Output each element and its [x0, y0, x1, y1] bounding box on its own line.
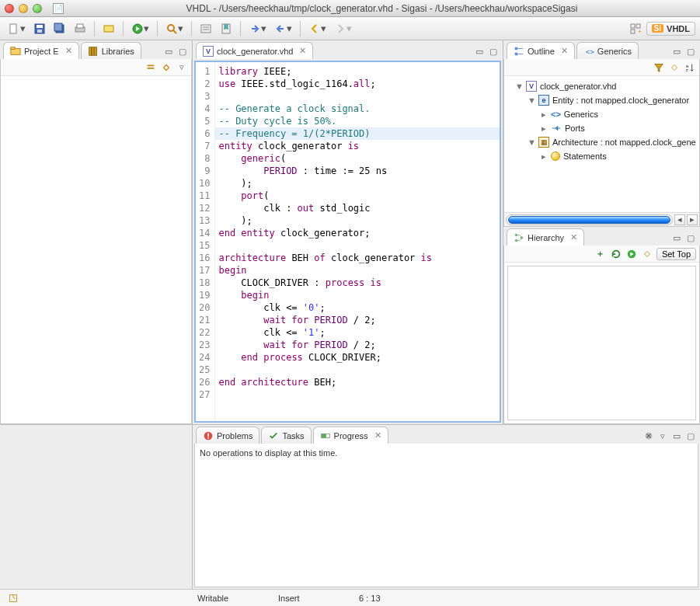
toggle-comment-button[interactable] — [197, 20, 215, 37]
minimize-view-icon[interactable]: ▭ — [670, 45, 683, 57]
svg-rect-15 — [631, 30, 635, 33]
minimize-window-button[interactable] — [19, 4, 28, 13]
toggle-mark-button[interactable] — [217, 20, 235, 37]
forward-button[interactable]: ▾ — [331, 20, 355, 37]
vhdl-file-icon: V — [203, 46, 214, 57]
minimize-view-icon[interactable]: ▭ — [670, 232, 683, 244]
svg-rect-21 — [94, 47, 96, 55]
print-button[interactable] — [71, 20, 89, 37]
maximize-view-icon[interactable]: ▢ — [684, 232, 697, 244]
collapse-all-icon[interactable] — [145, 61, 157, 74]
zoom-window-button[interactable] — [33, 4, 42, 13]
close-window-button[interactable] — [5, 4, 14, 13]
svg-text:+: + — [638, 28, 642, 35]
minimize-view-icon[interactable]: ▭ — [162, 45, 175, 57]
svg-point-10 — [168, 25, 174, 31]
outline-statements[interactable]: Statements — [563, 152, 607, 161]
tab-project-explorer[interactable]: Project E ✕ — [3, 42, 79, 59]
tab-progress[interactable]: Progress ✕ — [313, 427, 388, 444]
svg-rect-2 — [37, 25, 43, 28]
run-button[interactable]: ▾ — [128, 20, 152, 37]
back-button[interactable]: ▾ — [305, 20, 329, 37]
hierarchy-body[interactable] — [507, 266, 696, 420]
new-button[interactable]: ▾ — [5, 20, 29, 37]
bottom-left-margin — [0, 425, 193, 589]
outline-ports[interactable]: Ports — [565, 124, 585, 133]
close-icon[interactable]: ✕ — [65, 46, 72, 56]
svg-rect-18 — [11, 47, 15, 49]
search-button[interactable]: ▾ — [162, 20, 186, 37]
close-icon[interactable]: ✕ — [299, 46, 306, 56]
svg-rect-5 — [54, 23, 62, 31]
outline-architecture[interactable]: Architecture : not mapped.clock_gene — [552, 138, 696, 147]
scrollbar-thumb[interactable] — [508, 216, 670, 224]
scroll-left-icon[interactable]: ◂ — [674, 214, 685, 225]
save-button[interactable] — [30, 20, 49, 37]
svg-rect-20 — [92, 47, 94, 55]
view-menu-remove-icon[interactable] — [643, 430, 655, 442]
disclose-icon[interactable]: ▸ — [540, 124, 548, 134]
build-button[interactable] — [99, 20, 118, 37]
outline-entity[interactable]: Entity : not mapped.clock_generator — [552, 96, 689, 105]
svg-rect-23 — [515, 52, 518, 55]
main-toolbar: ▾ ▾ ▾ ▾ ▾ ▾ ▾ + Si VHDL — [0, 17, 700, 40]
code-area[interactable]: library IEEE;use IEEE.std_logic_1164.all… — [215, 62, 500, 421]
next-annotation-button[interactable]: ▾ — [246, 20, 270, 37]
perspective-switcher[interactable]: Si VHDL — [646, 22, 695, 36]
architecture-icon: ▦ — [538, 137, 549, 148]
view-menu-icon[interactable]: ▿ — [176, 61, 188, 74]
close-icon[interactable]: ✕ — [374, 430, 381, 441]
link-icon[interactable] — [641, 248, 653, 260]
maximize-view-icon[interactable]: ▢ — [684, 430, 697, 442]
close-icon[interactable]: ✕ — [561, 46, 568, 56]
maximize-view-icon[interactable]: ▢ — [684, 45, 697, 57]
link-icon[interactable] — [668, 61, 681, 74]
tab-label: Progress — [334, 431, 368, 441]
disclose-icon[interactable]: ▼ — [515, 82, 523, 91]
disclose-icon[interactable]: ▸ — [540, 110, 548, 120]
save-all-button[interactable] — [50, 20, 69, 37]
open-perspective-button[interactable]: + — [626, 20, 645, 37]
maximize-view-icon[interactable]: ▢ — [176, 45, 189, 57]
sort-icon[interactable]: az — [684, 61, 696, 74]
outline-tree[interactable]: ▼Vclock_generator.vhd ▼eEntity : not map… — [504, 76, 699, 212]
disclose-icon[interactable]: ▼ — [528, 138, 535, 147]
status-launch-icon[interactable] — [8, 593, 179, 604]
filter-icon[interactable] — [653, 61, 665, 74]
refresh-icon[interactable] — [610, 248, 622, 260]
minimize-editor-icon[interactable]: ▭ — [473, 45, 486, 57]
horizontal-scrollbar[interactable]: ◂ ▸ — [504, 212, 699, 226]
close-icon[interactable]: ✕ — [570, 232, 577, 242]
add-icon[interactable]: ＋ — [594, 248, 607, 260]
status-cursor-position: 6 : 13 — [359, 594, 421, 603]
ports-icon — [551, 123, 562, 134]
editor-tab[interactable]: V clock_generator.vhd ✕ — [196, 42, 313, 59]
outline-generics[interactable]: Generics — [564, 110, 598, 119]
run-hierarchy-icon[interactable] — [625, 248, 638, 260]
tab-hierarchy[interactable]: Hierarchy ✕ — [507, 228, 584, 246]
minimize-view-icon[interactable]: ▭ — [670, 430, 683, 442]
vhdl-file-icon: V — [526, 81, 537, 92]
tab-problems[interactable]: Problems — [196, 427, 259, 444]
maximize-editor-icon[interactable]: ▢ — [487, 45, 500, 57]
code-editor[interactable]: 1234567891011121314151617181920212223242… — [196, 62, 500, 421]
tab-generics[interactable]: <> Generics — [576, 42, 639, 59]
tab-outline[interactable]: Outline ✕ — [507, 42, 575, 59]
tab-label: Libraries — [102, 47, 134, 56]
tab-libraries[interactable]: Libraries — [81, 42, 141, 59]
disclose-icon[interactable]: ▸ — [540, 152, 548, 162]
tab-label: Hierarchy — [528, 233, 564, 242]
tab-tasks[interactable]: Tasks — [261, 427, 311, 444]
tab-label: Generics — [597, 47, 632, 56]
set-top-button[interactable]: Set Top — [656, 248, 696, 260]
svg-rect-33 — [207, 437, 209, 438]
svg-point-27 — [515, 233, 518, 236]
project-explorer-body[interactable] — [1, 76, 191, 423]
prev-annotation-button[interactable]: ▾ — [271, 20, 295, 37]
view-menu-icon[interactable]: ▿ — [656, 430, 669, 442]
scroll-right-icon[interactable]: ▸ — [687, 214, 698, 225]
link-editor-icon[interactable] — [160, 61, 172, 74]
disclose-icon[interactable]: ▼ — [528, 96, 535, 105]
svg-rect-32 — [207, 433, 209, 436]
outline-root[interactable]: clock_generator.vhd — [540, 82, 616, 91]
